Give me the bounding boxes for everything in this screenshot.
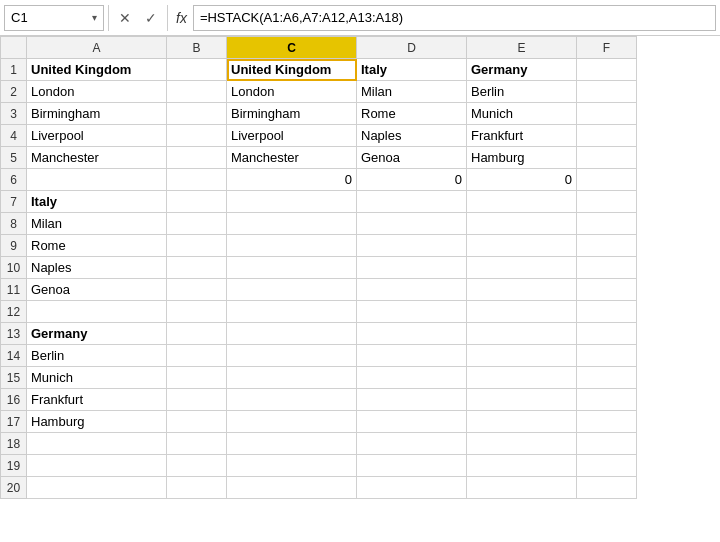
- cell-D9[interactable]: [357, 235, 467, 257]
- cell-D1[interactable]: Italy: [357, 59, 467, 81]
- cell-E16[interactable]: [467, 389, 577, 411]
- cell-A14[interactable]: Berlin: [27, 345, 167, 367]
- cell-B7[interactable]: [167, 191, 227, 213]
- row-header-12[interactable]: 12: [1, 301, 27, 323]
- row-header-16[interactable]: 16: [1, 389, 27, 411]
- cell-D12[interactable]: [357, 301, 467, 323]
- cell-B1[interactable]: [167, 59, 227, 81]
- row-header-4[interactable]: 4: [1, 125, 27, 147]
- cell-C12[interactable]: [227, 301, 357, 323]
- cell-A3[interactable]: Birmingham: [27, 103, 167, 125]
- cell-F18[interactable]: [577, 433, 637, 455]
- cell-C9[interactable]: [227, 235, 357, 257]
- cell-F5[interactable]: [577, 147, 637, 169]
- cell-A9[interactable]: Rome: [27, 235, 167, 257]
- cell-A17[interactable]: Hamburg: [27, 411, 167, 433]
- cell-A2[interactable]: London: [27, 81, 167, 103]
- cell-E2[interactable]: Berlin: [467, 81, 577, 103]
- cell-D6[interactable]: 0: [357, 169, 467, 191]
- cell-C16[interactable]: [227, 389, 357, 411]
- col-header-F[interactable]: F: [577, 37, 637, 59]
- cell-C10[interactable]: [227, 257, 357, 279]
- cell-C18[interactable]: [227, 433, 357, 455]
- cell-A18[interactable]: [27, 433, 167, 455]
- cell-B4[interactable]: [167, 125, 227, 147]
- row-header-17[interactable]: 17: [1, 411, 27, 433]
- cell-C17[interactable]: [227, 411, 357, 433]
- col-header-E[interactable]: E: [467, 37, 577, 59]
- row-header-8[interactable]: 8: [1, 213, 27, 235]
- confirm-icon[interactable]: ✓: [139, 6, 163, 30]
- cell-E5[interactable]: Hamburg: [467, 147, 577, 169]
- cell-F2[interactable]: [577, 81, 637, 103]
- cell-D19[interactable]: [357, 455, 467, 477]
- cell-E13[interactable]: [467, 323, 577, 345]
- cell-D10[interactable]: [357, 257, 467, 279]
- cell-A13[interactable]: Germany: [27, 323, 167, 345]
- cell-F15[interactable]: [577, 367, 637, 389]
- row-header-1[interactable]: 1: [1, 59, 27, 81]
- row-header-13[interactable]: 13: [1, 323, 27, 345]
- cell-B16[interactable]: [167, 389, 227, 411]
- row-header-5[interactable]: 5: [1, 147, 27, 169]
- cell-B6[interactable]: [167, 169, 227, 191]
- name-box[interactable]: C1 ▾: [4, 5, 104, 31]
- cell-F4[interactable]: [577, 125, 637, 147]
- cell-A15[interactable]: Munich: [27, 367, 167, 389]
- row-header-18[interactable]: 18: [1, 433, 27, 455]
- cell-E12[interactable]: [467, 301, 577, 323]
- cell-E18[interactable]: [467, 433, 577, 455]
- col-header-B[interactable]: B: [167, 37, 227, 59]
- cell-A12[interactable]: [27, 301, 167, 323]
- row-header-20[interactable]: 20: [1, 477, 27, 499]
- row-header-10[interactable]: 10: [1, 257, 27, 279]
- cell-E6[interactable]: 0: [467, 169, 577, 191]
- cell-F10[interactable]: [577, 257, 637, 279]
- cell-D2[interactable]: Milan: [357, 81, 467, 103]
- cell-E1[interactable]: Germany: [467, 59, 577, 81]
- cell-F7[interactable]: [577, 191, 637, 213]
- cell-B13[interactable]: [167, 323, 227, 345]
- row-header-19[interactable]: 19: [1, 455, 27, 477]
- row-header-11[interactable]: 11: [1, 279, 27, 301]
- cell-C7[interactable]: [227, 191, 357, 213]
- cell-A10[interactable]: Naples: [27, 257, 167, 279]
- cell-B5[interactable]: [167, 147, 227, 169]
- cell-B12[interactable]: [167, 301, 227, 323]
- cell-E15[interactable]: [467, 367, 577, 389]
- col-header-A[interactable]: A: [27, 37, 167, 59]
- cell-D15[interactable]: [357, 367, 467, 389]
- cell-D20[interactable]: [357, 477, 467, 499]
- cell-E4[interactable]: Frankfurt: [467, 125, 577, 147]
- cell-C1[interactable]: United Kingdom: [227, 59, 357, 81]
- cell-B3[interactable]: [167, 103, 227, 125]
- cell-D14[interactable]: [357, 345, 467, 367]
- cell-C20[interactable]: [227, 477, 357, 499]
- cell-B17[interactable]: [167, 411, 227, 433]
- cell-B18[interactable]: [167, 433, 227, 455]
- cell-B20[interactable]: [167, 477, 227, 499]
- cell-D11[interactable]: [357, 279, 467, 301]
- cell-D16[interactable]: [357, 389, 467, 411]
- row-header-14[interactable]: 14: [1, 345, 27, 367]
- cell-B10[interactable]: [167, 257, 227, 279]
- formula-bar[interactable]: =HSTACK(A1:A6,A7:A12,A13:A18): [193, 5, 716, 31]
- cell-C2[interactable]: London: [227, 81, 357, 103]
- cell-F16[interactable]: [577, 389, 637, 411]
- cell-F20[interactable]: [577, 477, 637, 499]
- cell-B9[interactable]: [167, 235, 227, 257]
- cell-C5[interactable]: Manchester: [227, 147, 357, 169]
- cancel-icon[interactable]: ✕: [113, 6, 137, 30]
- cell-F8[interactable]: [577, 213, 637, 235]
- row-header-6[interactable]: 6: [1, 169, 27, 191]
- cell-B2[interactable]: [167, 81, 227, 103]
- cell-D3[interactable]: Rome: [357, 103, 467, 125]
- cell-A16[interactable]: Frankfurt: [27, 389, 167, 411]
- cell-D13[interactable]: [357, 323, 467, 345]
- cell-B11[interactable]: [167, 279, 227, 301]
- cell-A7[interactable]: Italy: [27, 191, 167, 213]
- cell-B19[interactable]: [167, 455, 227, 477]
- cell-E17[interactable]: [467, 411, 577, 433]
- cell-A1[interactable]: United Kingdom: [27, 59, 167, 81]
- cell-E11[interactable]: [467, 279, 577, 301]
